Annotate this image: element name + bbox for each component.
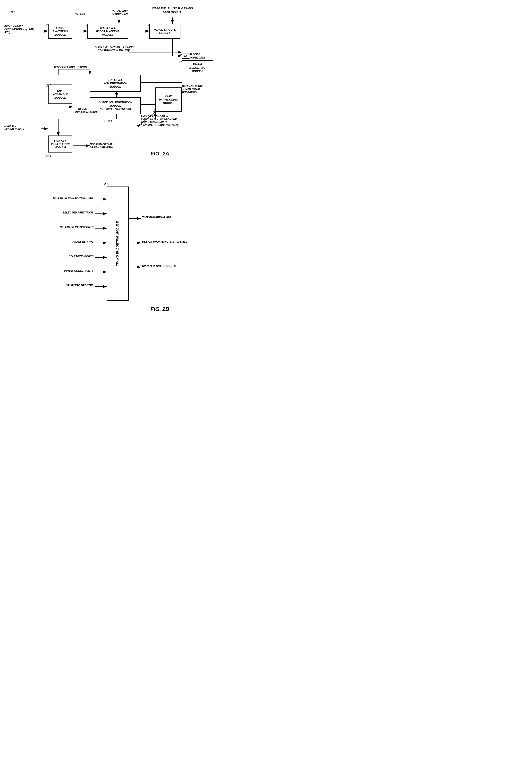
timing-budgeting-module-b: TIMING BUDGETING MODULE bbox=[107, 187, 129, 301]
ref-209b: 209 bbox=[104, 182, 109, 186]
sign-off-module: SIGN-OFFVERIFICATIONMODULE bbox=[48, 136, 72, 153]
chip-level-constraints-label: CHIP-LEVEL CONSTRAINTS bbox=[49, 66, 92, 69]
fig-2b-label: FIG. 2B bbox=[151, 306, 169, 312]
selected-updates-label: SELECTED UPDATES bbox=[12, 284, 93, 287]
fig-2a-label: FIG. 2A bbox=[151, 151, 169, 157]
ref-210b: 210B bbox=[104, 119, 112, 123]
selected-partitions-label: SELECTED PARTITIONS bbox=[12, 211, 93, 214]
chip-assembly-module: CHIPASSEMBLYMODULE bbox=[48, 85, 72, 104]
chip-partitioning-module: CHIPPARTITIONINGMODULE bbox=[155, 87, 182, 112]
block-definitions-label: BLOCK DEFINITIONS &BLOCK-LEVEL PHYSICAL … bbox=[141, 114, 189, 127]
chip-floorplanning-module: CHIP-LEVELFLOORPLANNINGMODULE bbox=[87, 24, 128, 39]
modified-circuit-verified-label: MODIFIED CIRCUITDESIGN (VERIFIED) bbox=[90, 143, 129, 149]
chip-level-constraints-analysis-label: CHIP-LEVEL PHYSICAL & TIMINGCONSTRAINTS … bbox=[90, 46, 138, 52]
analysis-type-label: ANALYSIS TYPE bbox=[12, 240, 93, 243]
updated-time-budgets-label: UPDATED TIME BUDGETS bbox=[142, 264, 210, 268]
initial-constraints-label: INITIAL CONSTRAINTS bbox=[12, 269, 93, 272]
selected-ic-label: SELECTED IC DESIGN/NETLIST bbox=[12, 196, 93, 200]
block-implementations-label: BLOCKIMPLEMENTATIONS bbox=[75, 107, 90, 114]
time-budgeting-gui-label: TIME BUDGETING GUI bbox=[142, 216, 210, 219]
netlist-label: NETLIST bbox=[75, 12, 85, 16]
logic-synthesis-module: LOGICSYNTHESISMODULE bbox=[48, 24, 72, 39]
place-route-module: PLACE & ROUTEMODULE bbox=[149, 24, 180, 39]
data-clock-path-label: DATA AND CLOCK←PATH TIMINGBUDGETING bbox=[182, 85, 214, 94]
initial-chip-floorplan-label: INITIAL CHIPFLOORPLAN bbox=[109, 9, 131, 16]
top-level-impl-module: TOP LEVELIMPLEMENTATIONMODULE bbox=[90, 75, 141, 92]
design-update-label: DESIGN UPDATE/NETLIST UPDATE bbox=[142, 240, 210, 243]
ref-200: 200 bbox=[9, 10, 15, 14]
ta-box: TA bbox=[182, 53, 189, 59]
timing-budgeting-module-top: TIMINGBUDGETINGMODULE bbox=[182, 60, 213, 75]
modified-circuit-label: MODIFIEDCIRCUIT DESIGN bbox=[4, 124, 40, 131]
selected-paths-label: SELECTED PATHS/PORTS bbox=[12, 225, 93, 229]
place-route-data-label: PLACE &ROUTE DATA bbox=[189, 53, 214, 59]
start-end-ports-label: START/END PORTS bbox=[12, 255, 93, 258]
chip-level-physical-label: CHIP-LEVEL PHYSICAL & TIMINGCONSTRAINTS bbox=[151, 7, 194, 13]
ref-214: 214 bbox=[46, 154, 51, 158]
input-circuit-label: INPUT CIRCUIT DESCRIPTION (e.g., HDL, RT… bbox=[4, 24, 40, 34]
diagram-container: 200 INPUT CIRCUIT DESCRIPTION (e.g., HDL… bbox=[0, 0, 223, 10]
